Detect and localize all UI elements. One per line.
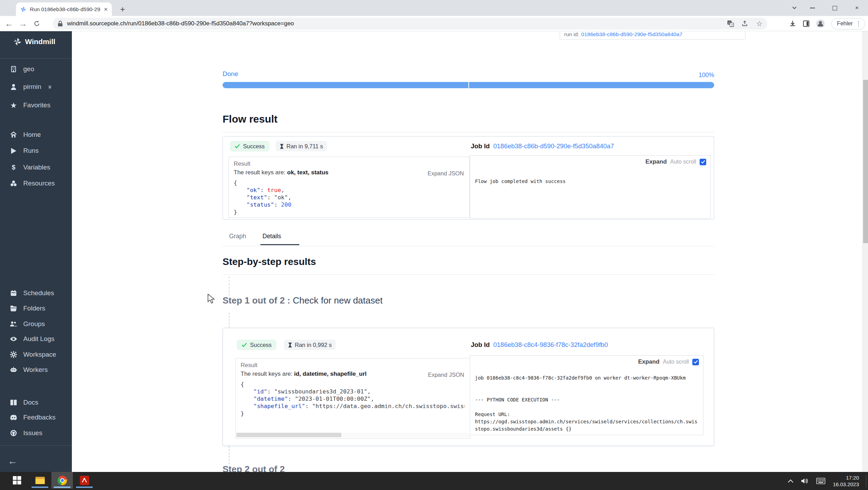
forward-button[interactable]: → bbox=[16, 17, 30, 31]
reload-button[interactable] bbox=[30, 17, 44, 31]
sidebar-item-resources[interactable]: Resources bbox=[10, 177, 55, 189]
window-minimize-button[interactable] bbox=[801, 0, 824, 16]
result-json: { "ok": true, "text": "ok", "status": 20… bbox=[234, 179, 465, 216]
browser-tabstrip: Run 0186eb38-c86b-d590-290e- × + × bbox=[0, 0, 868, 16]
sidebar-item-issues[interactable]: Issues bbox=[10, 427, 42, 439]
progress-bar bbox=[223, 82, 714, 88]
taskbar-clock[interactable]: 17:20 16.03.2023 bbox=[833, 474, 859, 488]
hidden-icons-chevron[interactable] bbox=[788, 479, 793, 483]
expand-log-button[interactable]: Expand bbox=[645, 158, 667, 165]
collapse-sidebar-button[interactable]: ← bbox=[8, 456, 17, 467]
profile-name-button[interactable]: Fehler ⋮ bbox=[831, 18, 865, 30]
sidebar-item-variables[interactable]: $ Variables bbox=[10, 161, 50, 173]
tab-graph[interactable]: Graph bbox=[229, 233, 246, 240]
flow-status-label: Done bbox=[223, 70, 238, 78]
run-id-link[interactable]: 0186eb38-c86b-d590-290e-f5d350a840a7 bbox=[581, 31, 682, 38]
windmill-logo[interactable]: Windmill bbox=[13, 38, 55, 46]
sidebar-item-workers[interactable]: Workers bbox=[10, 364, 48, 376]
expand-json-button[interactable]: Expand JSON bbox=[428, 372, 464, 378]
expand-json-button[interactable]: Expand JSON bbox=[427, 170, 464, 177]
reading-list-icon[interactable] bbox=[803, 20, 810, 27]
duration-badge: Ran in 9,711 s bbox=[276, 141, 327, 151]
chrome-icon bbox=[58, 476, 67, 485]
check-icon bbox=[235, 144, 240, 148]
tab-close-icon[interactable]: × bbox=[104, 6, 108, 13]
main-content: run id: 0186eb38-c86b-d590-290e-f5d350a8… bbox=[72, 31, 868, 472]
auto-scroll-checkbox[interactable] bbox=[692, 359, 699, 365]
check-icon bbox=[242, 343, 247, 347]
translate-icon[interactable]: A文 bbox=[727, 20, 734, 27]
hourglass-icon bbox=[288, 342, 292, 348]
profile-avatar[interactable] bbox=[816, 19, 825, 28]
sidebar-item-workspace-settings[interactable]: Workspace bbox=[10, 349, 56, 360]
step1-log-text: job 0186eb38-c8c4-9836-f78c-32fa2def9fb0… bbox=[475, 374, 701, 433]
step1-card: Success Ran in 0,992 s Job Id 0186eb38-c… bbox=[223, 328, 714, 446]
sidebar-item-user[interactable]: pirmin ♛ bbox=[10, 81, 52, 93]
back-button[interactable]: ← bbox=[2, 17, 16, 31]
flow-log-text: Flow job completed with success bbox=[475, 178, 708, 185]
volume-icon[interactable] bbox=[801, 478, 809, 484]
keyboard-icon[interactable] bbox=[816, 478, 825, 484]
download-icon[interactable] bbox=[789, 20, 796, 27]
tab-search-icon[interactable] bbox=[787, 0, 801, 16]
star-icon: ★ bbox=[10, 101, 17, 109]
browser-tab[interactable]: Run 0186eb38-c86b-d590-290e- × bbox=[16, 2, 112, 16]
lock-icon bbox=[58, 20, 63, 27]
sidebar-item-groups[interactable]: Groups bbox=[10, 318, 45, 330]
gear-icon bbox=[10, 351, 17, 358]
eye-icon bbox=[10, 335, 17, 343]
job-id-line: Job Id 0186eb38-c86b-d590-290e-f5d350a84… bbox=[471, 142, 614, 150]
sidebar-item-home[interactable]: Home bbox=[10, 129, 41, 141]
flow-result-card: Success Ran in 9,711 s Job Id 0186eb38-c… bbox=[223, 136, 714, 219]
address-bar[interactable]: windmill.sourcepole.ch/run/0186eb38-c86b… bbox=[53, 18, 767, 30]
auto-scroll-label: Auto scroll bbox=[670, 159, 696, 165]
file-explorer-button[interactable] bbox=[29, 472, 51, 489]
building-icon bbox=[10, 65, 17, 73]
horizontal-scrollbar[interactable] bbox=[236, 433, 469, 437]
mouse-cursor bbox=[207, 294, 216, 304]
run-id-box: run id: 0186eb38-c86b-d590-290e-f5d350a8… bbox=[560, 31, 745, 40]
chrome-button[interactable] bbox=[51, 472, 73, 489]
sidebar-item-runs[interactable]: Runs bbox=[10, 145, 39, 157]
window-maximize-button[interactable] bbox=[824, 0, 846, 16]
run-id-label: run id: bbox=[564, 31, 579, 38]
tab-details[interactable]: Details bbox=[262, 233, 281, 240]
auto-scroll-label: Auto scroll bbox=[663, 359, 689, 365]
sidebar-item-docs[interactable]: Docs bbox=[10, 397, 38, 408]
acrobat-icon bbox=[80, 476, 89, 485]
menu-kebab-icon[interactable]: ⋮ bbox=[856, 20, 861, 27]
job-id-link[interactable]: 0186eb38-c8c4-9836-f78c-32fa2def9fb0 bbox=[493, 341, 608, 348]
sidebar-item-workspace-geo[interactable]: geo bbox=[10, 63, 34, 75]
show-desktop-strip[interactable] bbox=[866, 475, 866, 487]
window-close-button[interactable]: × bbox=[846, 0, 868, 16]
page-scrollbar[interactable] bbox=[862, 31, 868, 472]
new-tab-button[interactable]: + bbox=[117, 4, 128, 15]
sidebar-item-schedules[interactable]: Schedules bbox=[10, 287, 54, 299]
auto-scroll-checkbox[interactable] bbox=[700, 159, 706, 165]
sidebar-item-feedbacks[interactable]: Feedbacks bbox=[10, 412, 56, 423]
start-button[interactable] bbox=[6, 472, 28, 489]
discord-icon bbox=[10, 414, 17, 421]
expand-log-button[interactable]: Expand bbox=[638, 358, 659, 365]
sidebar-item-favorites[interactable]: ★ Favorites bbox=[10, 99, 50, 111]
job-id-link[interactable]: 0186eb38-c86b-d590-290e-f5d350a840a7 bbox=[493, 142, 614, 150]
windows-taskbar: 17:20 16.03.2023 bbox=[0, 472, 868, 490]
hourglass-icon bbox=[280, 144, 284, 149]
share-icon[interactable] bbox=[742, 20, 749, 27]
scrollbar-thumb[interactable] bbox=[863, 80, 868, 243]
scrollbar-thumb[interactable] bbox=[236, 433, 341, 437]
file-explorer-icon bbox=[35, 477, 45, 484]
acrobat-button[interactable] bbox=[74, 472, 95, 489]
log-panel: Expand Auto scroll job 0186eb38-c8c4-983… bbox=[470, 355, 703, 435]
folder-icon bbox=[10, 305, 17, 312]
active-tab-underline bbox=[260, 244, 299, 245]
users-group-icon bbox=[10, 320, 17, 328]
book-icon bbox=[10, 399, 17, 406]
svg-text:文: 文 bbox=[731, 24, 734, 27]
sidebar: Windmill geo pirmin ♛ ★ Favorites Home bbox=[0, 31, 72, 472]
flow-result-title: Flow result bbox=[223, 113, 277, 125]
github-icon bbox=[10, 429, 17, 437]
sidebar-item-audit-logs[interactable]: Audit Logs bbox=[10, 333, 55, 345]
bookmark-star-icon[interactable]: ☆ bbox=[756, 19, 762, 28]
sidebar-item-folders[interactable]: Folders bbox=[10, 302, 45, 314]
